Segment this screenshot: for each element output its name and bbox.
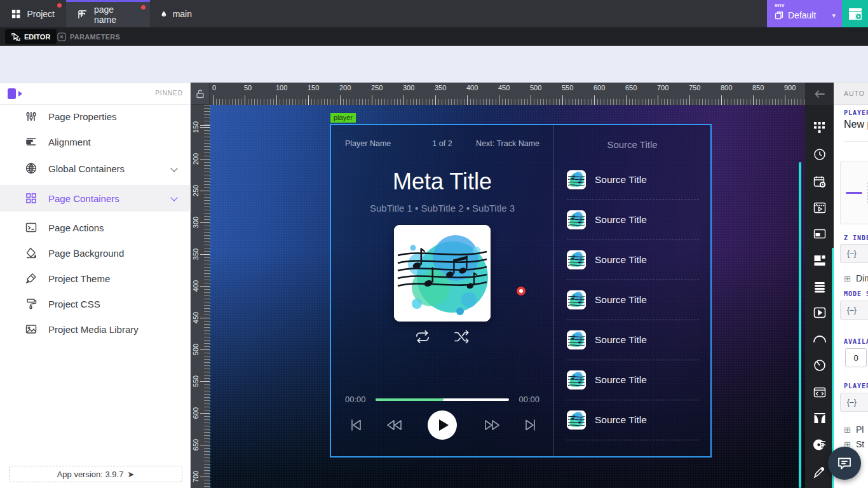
playlist-item[interactable]: Source Title [567, 160, 699, 200]
curtain-icon [813, 412, 826, 424]
playlist-item-label: Source Title [595, 254, 647, 266]
sidebar-item-project-media-library[interactable]: Project Media Library [0, 316, 191, 342]
h-ruler-label: 400 [466, 84, 478, 92]
tool-clock[interactable] [805, 144, 834, 165]
tool-knob[interactable] [805, 355, 834, 376]
sidebar-item-page-properties[interactable]: Page Properties [0, 104, 191, 129]
tool-code-window[interactable] [805, 381, 834, 403]
run-button[interactable] [842, 0, 868, 27]
dimensions-toggle[interactable]: ⊞ Dim [844, 273, 868, 283]
terminal-icon [25, 222, 37, 233]
canvas-scrollbar[interactable] [799, 162, 801, 488]
available-value: 0 [853, 353, 858, 363]
brace-value: {–} [847, 306, 857, 315]
tool-media-window[interactable] [805, 197, 834, 219]
playlist-item[interactable]: Source Title [567, 200, 699, 240]
editor-mode-button[interactable]: EDITOR [5, 29, 57, 44]
shuffle-icon[interactable] [454, 330, 470, 344]
next-track: Next: Track Name [476, 139, 539, 148]
skip-back-icon[interactable] [350, 418, 362, 432]
v-ruler-label: 700 [192, 467, 202, 486]
rewind-icon[interactable] [386, 418, 403, 432]
ruler-lock-corner[interactable] [191, 83, 210, 105]
horizontal-ruler: 0501001502002503003504004505005506006507… [210, 83, 805, 105]
playlist-thumbnail [567, 370, 586, 390]
progress-fill [376, 398, 444, 401]
h-ruler-label: 100 [276, 84, 287, 92]
tool-curtain[interactable] [805, 407, 834, 429]
h-ruler-label: 50 [244, 84, 252, 92]
tool-media-disc[interactable] [805, 434, 834, 456]
container-preview[interactable] [840, 161, 868, 224]
z-index-input[interactable]: {–} [840, 244, 868, 263]
containers-grid-icon [25, 193, 37, 204]
v-ruler-label: 200 [192, 149, 202, 168]
track-art-icon [567, 330, 586, 349]
paint-bucket-icon [25, 247, 37, 259]
playlist-thumbnail [567, 330, 586, 349]
design-canvas[interactable]: player Player Name 1 of 2 Next: Track Na… [210, 105, 805, 488]
play-button[interactable] [428, 410, 457, 440]
available-input[interactable]: 0 [845, 348, 867, 367]
selection-label: player [330, 113, 356, 123]
section-label: PLAYER [844, 109, 868, 116]
app-version-label: App version: 3.9.7 [57, 470, 124, 479]
pl-toggle[interactable]: ⊞ Pl [844, 424, 864, 435]
sidebar-item-label: Project Media Library [48, 324, 139, 335]
tab-project[interactable]: Project [0, 0, 66, 27]
v-ruler-label: 500 [192, 340, 202, 359]
image-icon [25, 323, 37, 335]
video-player-icon [813, 307, 826, 318]
collapse-panel-button[interactable] [805, 83, 834, 105]
parameters-mode-button[interactable]: PARAMETERS [57, 29, 120, 44]
sidebar-item-label: Project CSS [48, 299, 100, 309]
tool-dialpad[interactable] [805, 116, 834, 138]
pin-panel-icon[interactable] [8, 88, 23, 99]
player-input[interactable]: {–} [840, 393, 868, 412]
v-ruler-label: 450 [192, 308, 202, 327]
tool-picture-in-picture[interactable] [805, 223, 834, 245]
tool-schedule[interactable] [805, 171, 834, 193]
fast-forward-icon[interactable] [484, 418, 501, 432]
playlist-item-label: Source Title [595, 414, 647, 426]
brush-icon [25, 273, 37, 284]
mode-input[interactable]: {–} [840, 301, 868, 320]
plus-box-icon: ⊞ [844, 425, 851, 435]
play-icon [439, 419, 449, 431]
repeat-icon[interactable] [414, 330, 431, 344]
skip-forward-icon[interactable] [524, 418, 536, 432]
progress-bar[interactable] [376, 398, 509, 401]
tool-arc[interactable] [805, 328, 834, 349]
x-box-icon [57, 32, 66, 41]
meta-title: Meta Title [331, 168, 553, 195]
playlist-item[interactable]: Source Title [567, 320, 699, 360]
media-disc-icon [813, 438, 826, 451]
sidebar-item-page-containers[interactable]: Page Containers [0, 185, 191, 212]
tool-video-player[interactable] [805, 302, 834, 323]
env-selector[interactable]: env Default ▾ [767, 0, 842, 27]
v-ruler-label: 400 [192, 276, 202, 295]
lock-open-icon [196, 89, 205, 98]
sidebar-item-page-actions[interactable]: Page Actions [0, 215, 191, 240]
sidebar-item-project-theme[interactable]: Project Theme [0, 266, 191, 291]
sidebar-item-global-containers[interactable]: Global Containers [0, 156, 191, 181]
playlist-item[interactable]: Source Title [567, 240, 699, 280]
sidebar-item-page-background[interactable]: Page Background [0, 240, 191, 266]
tool-layout-blocks[interactable] [805, 250, 834, 271]
sidebar-item-alignment[interactable]: Alignment [0, 129, 191, 154]
playlist-item[interactable]: Source Title [567, 360, 699, 400]
align-icon [25, 136, 37, 147]
tab-main[interactable]: main [150, 0, 203, 27]
tab-page-name[interactable]: page name [66, 0, 150, 27]
sidebar-item-label: Global Containers [48, 163, 125, 174]
cursor-icon [11, 32, 20, 41]
chat-widget-button[interactable] [828, 447, 861, 480]
playlist-item[interactable]: Source Title [567, 400, 699, 440]
player-name-value: New p [844, 119, 868, 130]
app-version-button[interactable]: App version: 3.9.7 ➤ [9, 466, 182, 482]
playlist-item[interactable]: Source Title [567, 280, 699, 320]
tool-rows[interactable] [805, 276, 834, 298]
panel-header-label: AUTO [844, 90, 865, 97]
sidebar-item-project-css[interactable]: Project CSS [0, 291, 191, 316]
right-icon-strip [805, 83, 834, 488]
